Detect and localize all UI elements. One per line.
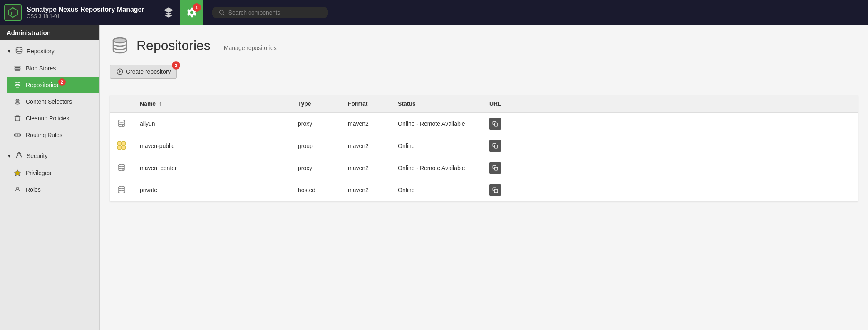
svg-rect-28 bbox=[118, 146, 121, 149]
repositories-table: Name ↑ Type Format Status URL aliyun pro… bbox=[110, 95, 858, 201]
sort-icon: ↑ bbox=[159, 100, 162, 107]
repo-type-icon bbox=[110, 135, 133, 157]
sidebar-item-privileges-label: Privileges bbox=[26, 170, 51, 176]
repo-status: Online - Remote Available bbox=[391, 112, 483, 135]
sidebar-item-cleanup-policies-label: Cleanup Policies bbox=[26, 115, 69, 122]
sidebar-section-security: ▼ Security bbox=[0, 145, 99, 200]
repo-url-copy[interactable] bbox=[483, 179, 858, 201]
page-header: Repositories Manage repositories bbox=[110, 35, 858, 56]
sidebar-item-roles-label: Roles bbox=[26, 186, 41, 193]
sidebar-item-blob-stores[interactable]: Blob Stores bbox=[7, 60, 99, 77]
repo-url-copy[interactable] bbox=[483, 135, 858, 157]
copy-icon bbox=[492, 143, 498, 149]
copy-url-button[interactable] bbox=[489, 140, 501, 152]
page-subtitle: Manage repositories bbox=[224, 45, 277, 51]
sidebar-children-repository: Blob Stores Repositories 2 bbox=[0, 60, 99, 143]
create-repository-button[interactable]: Create repository bbox=[110, 65, 177, 79]
repositories-badge: 2 bbox=[58, 78, 66, 86]
app-title: Sonatype Nexus Repository Manager OSS 3.… bbox=[27, 6, 144, 19]
components-icon-btn[interactable] bbox=[157, 0, 180, 25]
table-row[interactable]: maven-public group maven2 Online bbox=[110, 135, 858, 157]
repo-url-copy[interactable] bbox=[483, 157, 858, 179]
sidebar-item-cleanup-policies[interactable]: Cleanup Policies bbox=[7, 110, 99, 127]
svg-point-9 bbox=[15, 82, 20, 85]
settings-badge: 1 bbox=[193, 3, 201, 12]
repo-type: proxy bbox=[291, 157, 341, 179]
copy-icon bbox=[492, 165, 498, 171]
table-row[interactable]: aliyun proxy maven2 Online - Remote Avai… bbox=[110, 112, 858, 135]
copy-url-button[interactable] bbox=[489, 118, 501, 130]
svg-point-18 bbox=[18, 153, 20, 154]
svg-point-33 bbox=[118, 186, 125, 189]
repo-format: maven2 bbox=[341, 135, 391, 157]
sidebar-item-blob-stores-label: Blob Stores bbox=[26, 65, 56, 72]
svg-rect-30 bbox=[494, 145, 498, 148]
svg-point-2 bbox=[219, 10, 223, 14]
sidebar-item-routing-rules[interactable]: Routing Rules bbox=[7, 127, 99, 143]
svg-point-31 bbox=[118, 164, 125, 167]
repo-name: aliyun bbox=[133, 112, 291, 135]
svg-point-24 bbox=[118, 120, 125, 122]
cleanup-icon bbox=[13, 114, 22, 122]
routing-icon bbox=[13, 131, 22, 139]
svg-rect-26 bbox=[118, 142, 121, 145]
repo-status: Online bbox=[391, 179, 483, 201]
sidebar-item-privileges[interactable]: Privileges bbox=[7, 165, 99, 181]
copy-icon bbox=[492, 121, 498, 127]
svg-rect-6 bbox=[15, 68, 20, 69]
col-header-status: Status bbox=[391, 95, 483, 112]
svg-line-3 bbox=[223, 14, 225, 15]
security-icon bbox=[15, 151, 23, 160]
repositories-icon bbox=[13, 81, 22, 89]
sidebar-item-repository[interactable]: ▼ Repository bbox=[0, 42, 99, 60]
repo-name: maven-public bbox=[133, 135, 291, 157]
svg-text:r: r bbox=[11, 10, 13, 15]
sidebar-item-roles[interactable]: Roles bbox=[7, 181, 99, 198]
sidebar-admin-header: Administration bbox=[0, 25, 99, 40]
sidebar-item-repositories[interactable]: Repositories 2 bbox=[7, 77, 99, 93]
svg-point-4 bbox=[16, 48, 22, 50]
sidebar-item-repositories-label: Repositories 2 bbox=[26, 82, 58, 88]
search-icon bbox=[218, 9, 225, 16]
copy-url-button[interactable] bbox=[489, 184, 501, 196]
svg-point-20 bbox=[113, 38, 126, 43]
repo-type-icon bbox=[110, 157, 133, 179]
app-logo: r bbox=[4, 4, 22, 21]
repo-name: maven_center bbox=[133, 157, 291, 179]
col-header-type: Type bbox=[291, 95, 341, 112]
svg-rect-29 bbox=[122, 146, 125, 149]
sidebar-item-security-label: Security bbox=[27, 152, 48, 159]
svg-point-19 bbox=[16, 187, 19, 190]
col-header-name[interactable]: Name ↑ bbox=[133, 95, 291, 112]
create-btn-badge: 3 bbox=[172, 61, 180, 70]
repo-format: maven2 bbox=[341, 179, 391, 201]
main-layout: Administration ▼ Repository bbox=[0, 25, 868, 330]
sidebar-children-security: Privileges Roles bbox=[0, 165, 99, 198]
sidebar-item-security[interactable]: ▼ Security bbox=[0, 147, 99, 165]
repo-name: private bbox=[133, 179, 291, 201]
repo-url-copy[interactable] bbox=[483, 112, 858, 135]
page-header-text: Repositories Manage repositories bbox=[136, 38, 277, 53]
table-row[interactable]: private hosted maven2 Online bbox=[110, 179, 858, 201]
table-row[interactable]: maven_center proxy maven2 Online - Remot… bbox=[110, 157, 858, 179]
content-area: Repositories Manage repositories Create … bbox=[100, 25, 868, 330]
col-header-icon bbox=[110, 95, 133, 112]
search-input[interactable] bbox=[228, 9, 322, 16]
search-bar[interactable] bbox=[212, 7, 328, 18]
col-header-format: Format bbox=[341, 95, 391, 112]
repo-type-icon bbox=[110, 112, 133, 135]
copy-url-button[interactable] bbox=[489, 162, 501, 174]
settings-icon-btn[interactable]: 1 bbox=[180, 0, 203, 25]
sidebar-item-repository-label: Repository bbox=[27, 48, 55, 55]
repo-format: maven2 bbox=[341, 157, 391, 179]
repo-type: proxy bbox=[291, 112, 341, 135]
blob-store-icon bbox=[13, 64, 22, 72]
chevron-down-icon: ▼ bbox=[7, 48, 12, 54]
repo-status: Online bbox=[391, 135, 483, 157]
sidebar-item-routing-rules-label: Routing Rules bbox=[26, 132, 62, 138]
content-selector-icon bbox=[13, 98, 22, 106]
svg-rect-32 bbox=[494, 167, 498, 170]
page-header-icon bbox=[110, 35, 130, 56]
repo-type: hosted bbox=[291, 179, 341, 201]
sidebar-item-content-selectors[interactable]: Content Selectors bbox=[7, 93, 99, 110]
